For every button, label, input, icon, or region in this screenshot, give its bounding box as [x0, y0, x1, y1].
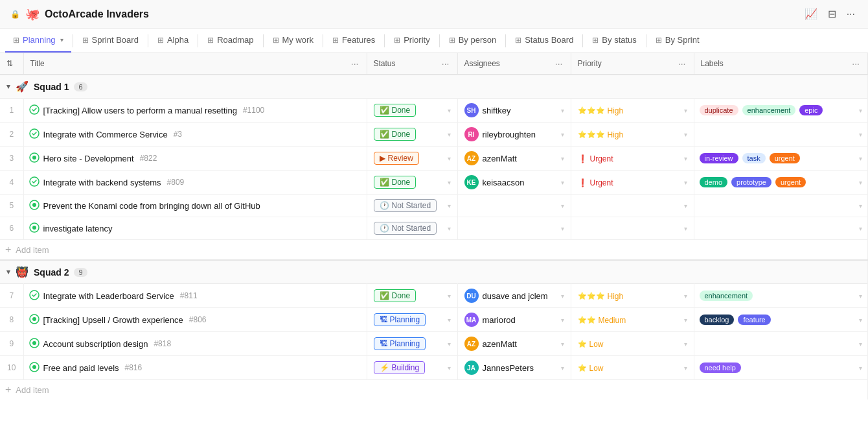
assignees-cell[interactable]: ▾	[457, 195, 571, 217]
priority-arrow[interactable]: ▾	[684, 107, 687, 114]
status-cell[interactable]: ▶ Review ▾	[367, 147, 457, 171]
table-row[interactable]: 1 [Tracking] Allow users to perform a ma…	[0, 99, 868, 123]
assignees-arrow[interactable]: ▾	[561, 131, 564, 138]
table-row[interactable]: 2 Integrate with Commerce Service #3 ✅ D…	[0, 123, 868, 147]
labels-arrow[interactable]: ▾	[859, 107, 862, 114]
title-cell[interactable]: investigate latency	[23, 217, 367, 240]
tab-by-status[interactable]: ⊞ By status	[584, 29, 644, 53]
tab-sprint-board[interactable]: ⊞ Sprint Board	[74, 29, 146, 53]
labels-arrow[interactable]: ▾	[859, 340, 862, 348]
priority-arrow[interactable]: ▾	[684, 225, 687, 232]
title-cell[interactable]: Account subscription design #818	[23, 332, 367, 356]
assignees-cell[interactable]: ▾	[457, 217, 571, 240]
priority-cell[interactable]: ⭐ Low ▾	[571, 332, 694, 356]
labels-cell[interactable]: ▾	[694, 332, 868, 356]
title-cell[interactable]: [Tracking] Allow users to perform a manu…	[23, 99, 367, 123]
labels-arrow[interactable]: ▾	[859, 155, 862, 162]
grid-button[interactable]: ⊟	[825, 5, 839, 23]
status-cell[interactable]: 🕐 Not Started ▾	[367, 195, 457, 217]
table-row[interactable]: 6 investigate latency 🕐 Not Started	[0, 217, 868, 240]
labels-cell[interactable]: in-reviewtaskurgent ▾	[694, 147, 868, 171]
status-arrow[interactable]: ▾	[448, 155, 451, 162]
table-row[interactable]: 4 Integrate with backend systems #809 ✅ …	[0, 171, 868, 195]
col-assignees-more-btn[interactable]: ···	[554, 58, 564, 69]
assignees-cell[interactable]: DU dusave and jclem ▾	[457, 284, 571, 308]
title-cell[interactable]: [Tracking] Upsell / Growth experience #8…	[23, 308, 367, 332]
assignees-arrow[interactable]: ▾	[561, 179, 564, 186]
col-priority-more-btn[interactable]: ···	[677, 58, 687, 69]
table-row[interactable]: 10 Free and paid levels #816 ⚡ Building	[0, 356, 868, 380]
labels-cell[interactable]: ▾	[694, 217, 868, 240]
status-cell[interactable]: 🏗 Planning ▾	[367, 308, 457, 332]
status-cell[interactable]: ✅ Done ▾	[367, 99, 457, 123]
priority-arrow[interactable]: ▾	[684, 292, 687, 300]
col-status-more-btn[interactable]: ···	[440, 58, 451, 69]
status-cell[interactable]: ✅ Done ▾	[367, 171, 457, 195]
title-cell[interactable]: Prevent the Konami code from bringing do…	[23, 195, 367, 217]
assignees-arrow[interactable]: ▾	[561, 364, 564, 372]
labels-cell[interactable]: ▾	[694, 195, 868, 217]
labels-arrow[interactable]: ▾	[859, 131, 862, 138]
priority-cell[interactable]: ▾	[571, 195, 694, 217]
priority-arrow[interactable]: ▾	[684, 155, 687, 162]
priority-cell[interactable]: ❗ Urgent ▾	[571, 147, 694, 171]
priority-cell[interactable]: ⭐⭐⭐ High ▾	[571, 99, 694, 123]
status-arrow[interactable]: ▾	[448, 292, 451, 300]
tab-my-work[interactable]: ⊞ My work	[265, 29, 321, 53]
labels-arrow[interactable]: ▾	[859, 202, 862, 209]
add-item-row-squad1[interactable]: + Add item	[0, 240, 868, 261]
assignees-arrow[interactable]: ▾	[561, 155, 564, 162]
col-labels-more-btn[interactable]: ···	[851, 58, 861, 69]
tab-roadmap[interactable]: ⊞ Roadmap	[200, 29, 261, 53]
tab-by-sprint[interactable]: ⊞ By Sprint	[648, 29, 707, 53]
sort-icon[interactable]: ⇅	[6, 59, 13, 68]
assignees-cell[interactable]: JA JannesPeters ▾	[457, 356, 571, 380]
col-title-more-btn[interactable]: ···	[350, 58, 360, 69]
status-arrow[interactable]: ▾	[448, 340, 451, 348]
status-cell[interactable]: ✅ Done ▾	[367, 123, 457, 147]
labels-arrow[interactable]: ▾	[859, 316, 862, 324]
assignees-arrow[interactable]: ▾	[561, 225, 564, 232]
title-cell[interactable]: Integrate with Commerce Service #3	[23, 123, 367, 147]
priority-arrow[interactable]: ▾	[684, 316, 687, 324]
status-arrow[interactable]: ▾	[448, 364, 451, 372]
tab-alpha[interactable]: ⊞ Alpha	[150, 29, 196, 53]
labels-cell[interactable]: need help ▾	[694, 356, 868, 380]
labels-arrow[interactable]: ▾	[859, 364, 862, 372]
status-cell[interactable]: ⚡ Building ▾	[367, 356, 457, 380]
table-row[interactable]: 7 Integrate with Leaderboard Service #81…	[0, 284, 868, 308]
status-arrow[interactable]: ▾	[448, 179, 451, 186]
labels-cell[interactable]: backlogfeature ▾	[694, 308, 868, 332]
assignees-arrow[interactable]: ▾	[561, 292, 564, 300]
title-cell[interactable]: Integrate with backend systems #809	[23, 171, 367, 195]
assignees-arrow[interactable]: ▾	[561, 107, 564, 114]
priority-arrow[interactable]: ▾	[684, 131, 687, 138]
labels-cell[interactable]: demoprototypeurgent ▾	[694, 171, 868, 195]
title-cell[interactable]: Integrate with Leaderboard Service #811	[23, 284, 367, 308]
chart-button[interactable]: 📈	[802, 5, 820, 23]
tab-planning[interactable]: ⊞ Planning ▾	[5, 29, 71, 53]
title-cell[interactable]: Hero site - Development #822	[23, 147, 367, 171]
priority-arrow[interactable]: ▾	[684, 202, 687, 209]
tab-priority[interactable]: ⊞ Priority	[386, 29, 437, 53]
table-row[interactable]: 5 Prevent the Konami code from bringing …	[0, 195, 868, 217]
assignees-arrow[interactable]: ▾	[561, 316, 564, 324]
more-button[interactable]: ···	[844, 6, 858, 23]
assignees-cell[interactable]: KE keisaacson ▾	[457, 171, 571, 195]
table-row[interactable]: 8 [Tracking] Upsell / Growth experience …	[0, 308, 868, 332]
labels-arrow[interactable]: ▾	[859, 179, 862, 186]
table-row[interactable]: 9 Account subscription design #818 🏗 Pla…	[0, 332, 868, 356]
assignees-cell[interactable]: MA mariorod ▾	[457, 308, 571, 332]
assignees-cell[interactable]: AZ azenMatt ▾	[457, 147, 571, 171]
labels-cell[interactable]: enhancement ▾	[694, 284, 868, 308]
priority-cell[interactable]: ⭐ Low ▾	[571, 356, 694, 380]
status-arrow[interactable]: ▾	[448, 225, 451, 232]
add-item-cell[interactable]: + Add item	[0, 380, 868, 400]
status-arrow[interactable]: ▾	[448, 131, 451, 138]
labels-arrow[interactable]: ▾	[859, 292, 862, 300]
priority-arrow[interactable]: ▾	[684, 340, 687, 348]
status-cell[interactable]: ✅ Done ▾	[367, 284, 457, 308]
assignees-arrow[interactable]: ▾	[561, 202, 564, 209]
status-arrow[interactable]: ▾	[448, 316, 451, 324]
assignees-cell[interactable]: SH shiftkey ▾	[457, 99, 571, 123]
